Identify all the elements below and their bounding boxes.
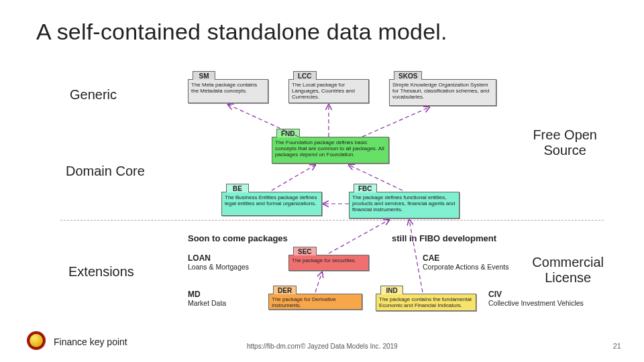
footer-url: https://fib-dm.com [247,343,300,350]
pkg-sm: SM The Meta package contains the Metadat… [188,79,268,103]
pkg-ind-code: IND [380,286,403,294]
page-number: 21 [613,342,621,350]
ext-cae-txt: Corporate Actions & Events [423,263,537,271]
ext-cae: CAE Corporate Actions & Events [423,253,537,271]
pkg-fbc-desc: The package defines functional entities,… [350,192,459,215]
pkg-be-desc: The Business Entities package defines le… [222,192,321,208]
pkg-lcc: LCC The Local package for Languages, Cou… [288,79,369,103]
pkg-fnd: FND The Foundation package defines basic… [272,137,389,164]
pkg-skos-desc: Simple Knowledge Organization System for… [390,80,496,103]
pkg-der: DER The package for Derivative Instrumen… [268,294,362,310]
ext-loan-txt: Loans & Mortgages [188,263,267,271]
pkg-ind: IND The package contains the fundamental… [376,294,476,311]
pkg-be: BE The Business Entities package defines… [221,192,322,216]
pkg-sec-desc: The package for securities. [289,255,368,265]
ext-md-code: MD [188,290,267,299]
header-soon-packages: Soon to come packages [188,233,288,243]
pkg-lcc-desc: The Local package for Languages, Countri… [289,80,368,103]
ext-loan: LOAN Loans & Mortgages [188,253,267,271]
header-still-fibo: still in FIBO development [392,233,496,243]
footer-note: Finance key point [54,337,127,347]
pkg-fnd-code: FND [276,129,300,137]
label-extensions: Extensions [68,264,134,280]
pkg-sm-desc: The Meta package contains the Metadata c… [189,80,268,96]
ext-loan-code: LOAN [188,253,267,263]
label-commercial-license: Commercial License [532,255,604,286]
label-generic: Generic [70,87,117,103]
pkg-lcc-code: LCC [293,71,317,80]
divider-horizontal [60,220,604,221]
ext-md: MD Market Data [188,290,267,307]
label-domain-core: Domain Core [66,164,145,179]
pkg-fbc: FBC The package defines functional entit… [349,192,460,219]
ext-civ-code: CIV [488,290,609,299]
pkg-be-code: BE [226,184,249,192]
pkg-ind-desc: The package contains the fundamental Eco… [376,294,476,310]
badge-icon [27,331,46,350]
pkg-skos: SKOS Simple Knowledge Organization Syste… [389,79,496,106]
slide-title: A self-contained standalone data model. [36,19,447,45]
pkg-der-code: DER [273,286,297,294]
label-free-open-source: Free Open Source [533,127,597,158]
ext-civ-txt: Collective Investment Vehicles [488,299,609,307]
footer-copyright: © Jayzed Data Models Inc. 2019 [301,343,398,350]
ext-civ: CIV Collective Investment Vehicles [488,290,609,307]
pkg-sec-code: SEC [293,247,317,255]
ext-cae-code: CAE [423,253,537,263]
ext-md-txt: Market Data [188,299,267,307]
pkg-skos-code: SKOS [394,71,422,80]
pkg-fbc-code: FBC [354,184,377,192]
slide: A self-contained standalone data model. … [0,0,644,362]
pkg-sm-code: SM [193,71,215,80]
pkg-sec: SEC The package for securities. [288,255,369,271]
pkg-fnd-desc: The Foundation package defines basic con… [272,137,388,160]
pkg-der-desc: The package for Derivative Instruments. [269,294,362,310]
